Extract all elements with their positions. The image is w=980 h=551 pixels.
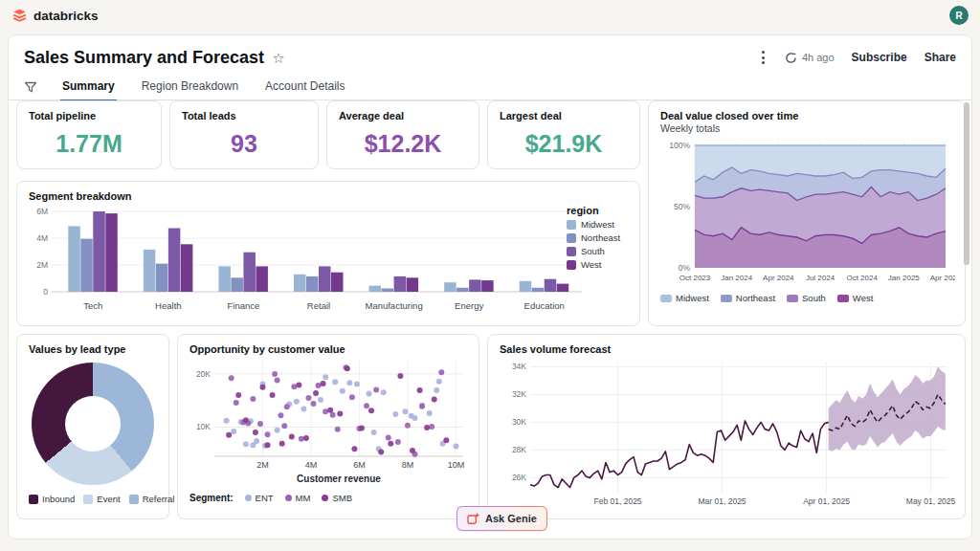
svg-text:Customer revenue: Customer revenue xyxy=(297,474,381,484)
chart-card-lead-type: Values by lead type InboundEventReferral xyxy=(16,334,169,519)
tab-bar: Summary Region Breakdown Account Details xyxy=(9,75,971,100)
legend-item: ENT xyxy=(245,493,274,503)
chart-card-opportunity: Opportunity by customer value 2M4M6M8M10… xyxy=(177,334,479,519)
svg-text:6M: 6M xyxy=(353,460,366,470)
share-button[interactable]: Share xyxy=(924,51,956,64)
area-chart-legend: MidwestNortheastSouthWest xyxy=(660,293,953,303)
chart-title: Opportunity by customer value xyxy=(189,343,467,355)
chart-card-deal-value: Deal value closed over time Weekly total… xyxy=(648,100,966,326)
legend-title: region xyxy=(567,205,630,216)
donut-hole xyxy=(65,396,121,452)
legend-item: West xyxy=(837,293,873,303)
svg-text:10K: 10K xyxy=(196,422,211,431)
svg-text:6M: 6M xyxy=(36,207,48,216)
svg-text:Finance: Finance xyxy=(228,300,260,311)
svg-text:4M: 4M xyxy=(305,460,318,470)
kpi-card-largest-deal: Largest deal $21.9K xyxy=(487,100,640,169)
svg-text:Apr 2025: Apr 2025 xyxy=(930,274,955,282)
svg-text:Mar 01, 2025: Mar 01, 2025 xyxy=(699,496,746,506)
kpi-label: Total leads xyxy=(182,110,306,121)
svg-text:Manufacturing: Manufacturing xyxy=(365,300,422,311)
legend-item: Northeast xyxy=(567,232,630,243)
kpi-card-total-pipeline: Total pipeline 1.77M xyxy=(16,100,162,169)
svg-text:Jul 2024: Jul 2024 xyxy=(806,274,835,282)
kpi-value: $21.9K xyxy=(500,130,628,158)
legend-item: South xyxy=(787,293,826,303)
svg-text:100%: 100% xyxy=(669,141,690,150)
svg-text:20K: 20K xyxy=(196,369,211,379)
svg-text:Energy: Energy xyxy=(455,300,483,311)
svg-text:4M: 4M xyxy=(36,233,48,243)
more-options-button[interactable] xyxy=(759,48,768,67)
kpi-label: Total pipeline xyxy=(29,110,149,121)
legend-item: Northeast xyxy=(721,293,775,303)
chart-title: Segment breakdown xyxy=(29,190,628,202)
legend-item: SMB xyxy=(322,493,352,503)
svg-text:Oct 2024: Oct 2024 xyxy=(846,274,878,282)
kpi-value: 1.77M xyxy=(29,130,149,158)
chart-title: Values by lead type xyxy=(29,343,157,355)
svg-text:Tech: Tech xyxy=(83,300,102,311)
donut-legend: InboundEventReferral xyxy=(29,494,157,504)
tab-account-details[interactable]: Account Details xyxy=(263,75,346,99)
subscribe-button[interactable]: Subscribe xyxy=(852,51,907,64)
legend-item: Event xyxy=(83,494,120,504)
favorite-star-icon[interactable]: ☆ xyxy=(272,51,284,65)
svg-text:Education: Education xyxy=(524,300,565,311)
svg-text:Feb 01, 2025: Feb 01, 2025 xyxy=(594,496,642,506)
svg-text:2M: 2M xyxy=(256,460,269,470)
svg-text:8M: 8M xyxy=(402,460,414,470)
legend-item: Midwest xyxy=(660,293,709,303)
legend-item: Inbound xyxy=(29,494,75,504)
page-title: Sales Summary and Forecast xyxy=(24,48,264,68)
databricks-logo-icon xyxy=(11,8,28,24)
legend-item: West xyxy=(567,259,630,270)
refresh-icon xyxy=(785,52,797,64)
opportunity-scatter-chart: 2M4M6M8M10M20K10KCustomer revenue xyxy=(189,355,469,487)
scatter-legend: Segment: ENTMMSMB xyxy=(189,493,467,503)
legend-item: Referral xyxy=(129,494,175,504)
svg-text:2M: 2M xyxy=(36,260,48,270)
last-updated: 4h ago xyxy=(802,52,835,63)
legend-title: Segment: xyxy=(189,493,234,503)
kpi-value: $12.2K xyxy=(339,130,467,158)
legend-item: Midwest xyxy=(567,219,630,230)
svg-text:Oct 2023: Oct 2023 xyxy=(679,274,711,282)
sales-forecast-line-chart: 34K32K30K28K26KFeb 01, 2025Mar 01, 2025A… xyxy=(500,355,955,512)
tab-region-breakdown[interactable]: Region Breakdown xyxy=(140,75,240,99)
svg-text:Jan 2025: Jan 2025 xyxy=(888,274,920,282)
tab-summary[interactable]: Summary xyxy=(60,75,117,101)
filter-button[interactable] xyxy=(24,81,37,94)
svg-text:Retail: Retail xyxy=(307,300,330,311)
user-avatar[interactable]: R xyxy=(949,6,969,25)
databricks-logo[interactable]: databricks xyxy=(11,8,99,24)
scrollbar-thumb[interactable] xyxy=(964,102,969,265)
ask-genie-button[interactable]: Ask Genie xyxy=(457,506,547,531)
dashboard-panel: Sales Summary and Forecast ☆ 4h ago Subs… xyxy=(8,34,972,540)
svg-text:0: 0 xyxy=(43,287,48,297)
chart-title: Sales volume forecast xyxy=(500,343,953,355)
svg-text:Apr 2024: Apr 2024 xyxy=(763,274,794,282)
svg-text:10M: 10M xyxy=(448,460,465,470)
svg-text:Jan 2024: Jan 2024 xyxy=(721,274,752,282)
svg-text:30K: 30K xyxy=(512,417,526,427)
deal-value-area-chart: 100%50%0%Oct 2023Jan 2024Apr 2024Jul 202… xyxy=(660,134,955,287)
kpi-card-average-deal: Average deal $12.2K xyxy=(326,100,479,169)
chart-title: Deal value closed over time xyxy=(660,110,953,121)
kpi-label: Average deal xyxy=(339,110,467,121)
brand-name: databricks xyxy=(33,9,99,23)
svg-text:26K: 26K xyxy=(512,473,526,482)
chart-subtitle: Weekly totals xyxy=(660,122,953,134)
kpi-card-total-leads: Total leads 93 xyxy=(169,100,319,169)
kpi-label: Largest deal xyxy=(500,110,628,121)
svg-text:0%: 0% xyxy=(679,263,691,273)
refresh-button[interactable]: 4h ago xyxy=(785,52,835,64)
svg-text:50%: 50% xyxy=(674,202,690,211)
svg-text:32K: 32K xyxy=(512,389,526,399)
legend-item: MM xyxy=(285,493,311,503)
bar-chart-legend: region MidwestNortheastSouthWest xyxy=(567,205,630,273)
svg-text:May 01, 2025: May 01, 2025 xyxy=(906,496,955,506)
genie-label: Ask Genie xyxy=(485,513,537,524)
chart-card-sales-forecast: Sales volume forecast 34K32K30K28K26KFeb… xyxy=(487,334,966,519)
svg-text:28K: 28K xyxy=(512,445,526,454)
